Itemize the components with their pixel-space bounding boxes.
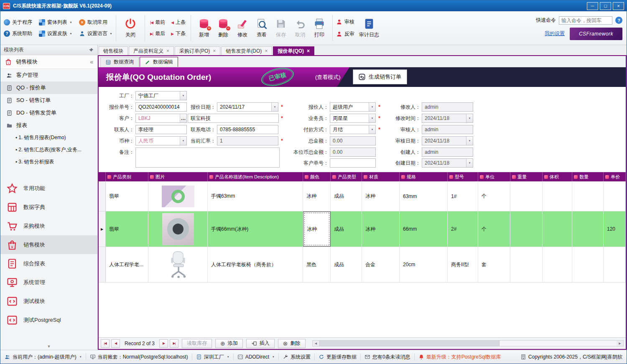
- grid-cell[interactable]: 手镯66mm(冰种): [208, 211, 303, 247]
- chevron-down-icon[interactable]: [466, 114, 473, 122]
- column-header-model[interactable]: 型号: [448, 172, 478, 181]
- grid-cell[interactable]: [543, 247, 572, 282]
- add-row-button[interactable]: ⊕添加: [215, 339, 243, 348]
- remark-textarea[interactable]: [135, 148, 280, 168]
- sidebar-report-summary[interactable]: 2. 销售汇总表(按客户,业务...: [0, 144, 97, 156]
- first-record-button[interactable]: |◀: [101, 339, 110, 348]
- generate-sales-order-button[interactable]: 生成销售订单: [353, 69, 407, 84]
- minimize-button[interactable]: ─: [587, 2, 598, 10]
- grid-cell[interactable]: [543, 181, 572, 211]
- grid-cell[interactable]: 66mm: [400, 211, 448, 247]
- customer-name-field[interactable]: 联宝科技: [188, 114, 279, 123]
- module-data-dictionary[interactable]: 数据字典: [0, 198, 97, 216]
- save-button[interactable]: 保存: [271, 17, 291, 39]
- column-header-volume[interactable]: 体积: [543, 172, 572, 181]
- prev-record-button[interactable]: ◀: [111, 339, 120, 348]
- add-button[interactable]: +新增: [194, 17, 214, 39]
- grid-cell[interactable]: [572, 247, 604, 282]
- refresh-cache-button[interactable]: 更新缓存数据: [319, 354, 357, 361]
- grid-cell[interactable]: 商务II型: [448, 247, 478, 282]
- modify-button[interactable]: 修改: [233, 17, 252, 39]
- grid-cell-focused[interactable]: 冰种: [303, 211, 331, 247]
- column-header-spec[interactable]: 规格: [400, 172, 448, 181]
- table-row[interactable]: 人体工程学老... 人体工程学老板椅（商务款） 黑色: [99, 247, 626, 283]
- grid-cell[interactable]: [510, 181, 543, 211]
- tab-data-query[interactable]: 数据查询: [100, 57, 139, 67]
- quoter-field[interactable]: 超级用户: [330, 102, 376, 112]
- system-settings-button[interactable]: 系统设置: [283, 354, 311, 361]
- chevron-down-icon[interactable]: [466, 137, 473, 145]
- lookup-ellipsis-icon[interactable]: [180, 114, 186, 122]
- column-header-description[interactable]: 产品名称描述(Item Description): [208, 172, 303, 181]
- grid-cell[interactable]: 1#: [448, 181, 478, 211]
- tab-data-edit[interactable]: 数据编辑: [140, 57, 178, 67]
- module-test[interactable]: 测试模块: [0, 292, 97, 311]
- grid-cell[interactable]: [543, 211, 572, 247]
- grid-cell[interactable]: 冰种: [303, 181, 331, 211]
- unread-messages[interactable]: 您有0条未读消息: [364, 354, 410, 361]
- current-user-menu[interactable]: 当前用户：(admin-超级用户): [5, 354, 82, 361]
- grid-cell[interactable]: 人体工程学老板椅（商务款）: [208, 247, 303, 282]
- close-form-button[interactable]: 关闭: [120, 13, 141, 43]
- scroll-left-icon[interactable]: ◀: [313, 341, 319, 346]
- contact-field[interactable]: 李经理: [135, 125, 187, 134]
- sidebar-report-analysis[interactable]: 3. 销售分析报表: [0, 156, 97, 168]
- insert-row-button[interactable]: 插入: [246, 339, 275, 348]
- close-icon[interactable]: ×: [213, 48, 216, 54]
- sidebar-folder-reports[interactable]: 报表: [0, 119, 97, 132]
- payment-field[interactable]: 月结: [330, 125, 376, 134]
- sidebar-item-customers[interactable]: 客户管理: [0, 69, 97, 81]
- column-header-price[interactable]: 单价: [604, 172, 626, 181]
- column-header-category[interactable]: 产品类别: [106, 172, 148, 181]
- sidebar-item-sales-order[interactable]: SO - 销售订单: [0, 94, 97, 107]
- my-settings-link[interactable]: 我的设置: [545, 30, 565, 37]
- form-list-button[interactable]: 窗体列表▼: [39, 19, 72, 26]
- grid-cell-image[interactable]: [148, 181, 208, 211]
- grid-cell[interactable]: 黑色: [303, 247, 331, 282]
- module-system-management[interactable]: 系统管理: [0, 273, 97, 292]
- scrollbar-thumb[interactable]: [319, 341, 500, 346]
- delete-row-button[interactable]: ⊗删除: [278, 339, 306, 348]
- sidebar-report-monthly[interactable]: 1. 销售月报表(Demo): [0, 132, 97, 144]
- next-record-button[interactable]: ▶下条: [171, 30, 186, 37]
- grid-cell[interactable]: 人体工程学老...: [106, 247, 148, 282]
- quick-command-input[interactable]: [559, 16, 612, 25]
- factory-select[interactable]: 宁德工厂: [135, 91, 187, 100]
- tab-quotation-order[interactable]: 报价单(QO)×: [273, 46, 314, 55]
- column-header-image[interactable]: 图片: [148, 172, 208, 181]
- audit-button[interactable]: 审核: [336, 18, 354, 25]
- read-stock-button[interactable]: 读取库存: [182, 339, 212, 348]
- sidebar-scroll-down-button[interactable]: ▼: [0, 343, 97, 350]
- tab-sales-module[interactable]: 销售模块: [99, 46, 128, 55]
- column-header-unit[interactable]: 单位: [478, 172, 510, 181]
- grid-cell[interactable]: [510, 247, 543, 282]
- module-common-functions[interactable]: 常用功能: [0, 179, 97, 198]
- chevron-down-icon[interactable]: [180, 92, 186, 100]
- chevron-down-icon[interactable]: [466, 159, 473, 167]
- factory-menu[interactable]: 深圳工厂: [196, 354, 229, 361]
- collapse-icon[interactable]: «: [90, 59, 93, 65]
- grid-cell[interactable]: 成品: [331, 247, 362, 282]
- close-icon[interactable]: ×: [166, 48, 169, 54]
- connection-menu[interactable]: ADODirect: [237, 354, 275, 360]
- grid-cell[interactable]: [510, 211, 543, 247]
- set-language-button[interactable]: 设置语言▼: [79, 30, 112, 37]
- system-help-button[interactable]: ?系统帮助: [4, 30, 32, 37]
- maximize-button[interactable]: □: [600, 2, 611, 10]
- reverse-audit-button[interactable]: 反审: [336, 31, 354, 38]
- phone-field[interactable]: 0785-88885555: [217, 125, 278, 134]
- column-header-material[interactable]: 材质: [362, 172, 400, 181]
- sidebar-item-quotation[interactable]: QO - 报价单: [0, 81, 97, 94]
- grid-cell[interactable]: 120: [604, 211, 626, 247]
- close-icon[interactable]: ×: [265, 48, 268, 54]
- grid-cell[interactable]: 翡翠: [106, 181, 148, 211]
- module-reports[interactable]: 综合报表: [0, 254, 97, 273]
- column-header-type[interactable]: 产品类型: [331, 172, 362, 181]
- currency-field[interactable]: 人民币: [135, 136, 187, 145]
- first-record-button[interactable]: |◀最前: [150, 19, 165, 26]
- upgrade-notice[interactable]: 最新升级：支持PostgreSql数据库: [418, 354, 501, 361]
- tab-product-definition[interactable]: 产品资料定义×: [129, 46, 174, 55]
- next-record-button[interactable]: ▶: [159, 339, 168, 348]
- cancel-button[interactable]: 取消: [291, 17, 310, 39]
- grid-cell[interactable]: [604, 247, 626, 282]
